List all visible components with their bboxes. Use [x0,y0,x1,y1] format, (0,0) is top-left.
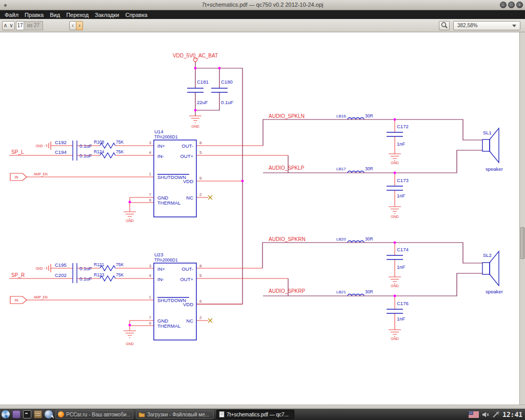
media-player-launcher-icon[interactable] [12,410,21,418]
label-gnd-c176: GND [391,337,399,341]
label-sl2-type: speaker [486,289,503,294]
label-u14-num-5: 5 [199,150,202,155]
label-u23-num-4: 4 [149,273,152,278]
resistors [100,143,115,281]
schematic-canvas: VDD_5V0_AC_BATC181C18022uF0.1uFGNDGNDC19… [0,32,519,405]
label-gnd-c174: GND [391,284,399,288]
close-button[interactable]: × [516,2,523,8]
label-net-audio-spkrp: AUDIO_SPKRP [269,288,305,294]
label-c192-val: 0.1uF [79,143,92,149]
capacitor-c173 [387,186,403,190]
ground-rotated-left-1 [45,142,51,150]
input-capacitors [73,141,77,283]
menu-edit[interactable]: Правка [22,11,47,18]
taskbar-window-filemanager[interactable]: Загрузки - Файловый ме... [136,410,214,419]
desktop-menu-icon[interactable] [2,410,10,418]
label-u23-pin-thermal: THERMAL [157,323,180,329]
browser-launcher-icon[interactable] [45,410,53,418]
label-c194-ref: C194 [55,149,67,155]
volume-muted-icon[interactable] [482,411,489,418]
label-sl1-ref: SL1 [483,130,492,135]
file-cabinet-launcher-icon[interactable] [34,410,42,418]
label-r108-val: 75K [116,139,124,145]
schematic-labels: VDD_5V0_AC_BATC181C18022uF0.1uFGNDGNDC19… [11,53,503,346]
capacitor-c176 [387,309,403,313]
label-sl2-ref: SL2 [483,252,492,258]
label-lb17-val: 30R [365,166,373,171]
search-button[interactable] [439,21,450,30]
capacitor-c180 [211,88,228,92]
label-c195-ref: C195 [55,262,67,268]
label-c192-ref: C192 [55,139,67,145]
label-u23-pin-vdd: VDD [183,302,193,307]
terminal-launcher-icon[interactable] [23,410,31,418]
window-title: 7t+schematics.pdf — qc750 v0.2 2012-10-2… [0,2,525,8]
document-icon [219,411,225,417]
label-u14-num-9: 9 [149,198,152,203]
label-u14-pin-thermal: THERMAL [157,200,180,206]
menu-view[interactable]: Вид [47,11,63,18]
label-u23-num-7: 7 [149,315,152,320]
label-r123-val: 75K [116,272,124,277]
firefox-icon [58,411,64,417]
zoom-level-select[interactable]: 382,58% [453,21,520,30]
label-r121-val: 75K [116,262,124,267]
label-u23-num-8: 8 [199,264,202,268]
keyboard-layout-us-flag-icon[interactable] [469,411,479,418]
cursor-icon [51,415,54,419]
label-c172-val: 1nF [397,141,406,147]
label-net-audio-spklp: AUDIO_SPKLP [269,165,305,171]
minimize-button[interactable]: – [500,2,507,8]
label-u14-pin-shutdown: SHUTDOWN [157,174,186,180]
taskbar-window-pdf[interactable]: 7t+schematics.pdf — qc7... [216,410,294,419]
label-u23-pin-outm: OUT- [181,266,193,272]
network-plug-icon[interactable] [492,411,499,418]
menu-go[interactable]: Переход [63,11,92,18]
history-forward-button[interactable]: › [76,21,83,30]
chevron-down-icon [512,25,516,27]
label-net-sp-r: SP_R [11,272,25,278]
label-u23-num-3: 3 [149,264,152,268]
pdf-document-view: VDD_5V0_AC_BATC181C18022uF0.1uFGNDGNDC19… [0,32,525,405]
maximize-button[interactable]: □ [508,2,515,8]
label-net-vdd5v0: VDD_5V0_AC_BAT [173,53,218,58]
label-c176-val: 1nF [397,316,406,322]
junction-dots [129,67,396,327]
page-total-label: из 27 [24,21,43,30]
input-ports [10,173,27,304]
zoom-level-value: 382,58% [457,23,477,28]
label-lb20-ref: LB20 [336,237,346,242]
label-r121-ref: R121 [94,262,105,267]
vertical-scrollbar[interactable] [519,32,525,405]
window-titlebar: 7t+schematics.pdf — qc750 v0.2 2012-10-2… [0,0,525,10]
label-r123-ref: R123 [94,272,105,277]
label-gnd-u23: GND [126,342,134,346]
vertical-scrollbar-thumb[interactable] [520,227,524,259]
pin-wires [9,119,395,331]
label-port-in-2: IN [15,298,18,302]
horizontal-scrollbar[interactable] [0,405,525,409]
menu-file[interactable]: Файл [2,11,22,18]
taskbar-window-firefox[interactable]: PCCar.ru - Ваш автомоби... [55,410,133,419]
net-wires [195,62,482,304]
label-c173-val: 1nF [397,193,406,198]
label-u14-num-7: 7 [149,192,152,197]
menu-help[interactable]: Справка [122,11,150,18]
label-c176-ref: C176 [397,301,409,306]
label-c174-val: 1nF [397,264,406,270]
label-r108-ref: R108 [94,139,105,145]
label-lb16-ref: LB16 [336,114,346,118]
label-gnd-u14: GND [126,219,134,223]
label-c172-ref: C172 [397,124,409,129]
page-number-input[interactable]: 17 [16,21,24,30]
history-back-button[interactable]: ‹ [69,21,76,30]
page-down-button[interactable]: ∨ [8,21,15,30]
label-gnd-power: GND [191,125,199,128]
label-u23-num-2: 2 [199,315,202,320]
taskbar-clock[interactable]: 12:41 [502,411,522,418]
label-u14-num-3: 3 [149,141,152,145]
window-controls: – □ × [500,2,523,8]
label-u23-num-1: 1 [149,295,152,299]
menu-bookmarks[interactable]: Закладки [92,11,123,18]
label-c181-val: 22uF [197,99,208,105]
